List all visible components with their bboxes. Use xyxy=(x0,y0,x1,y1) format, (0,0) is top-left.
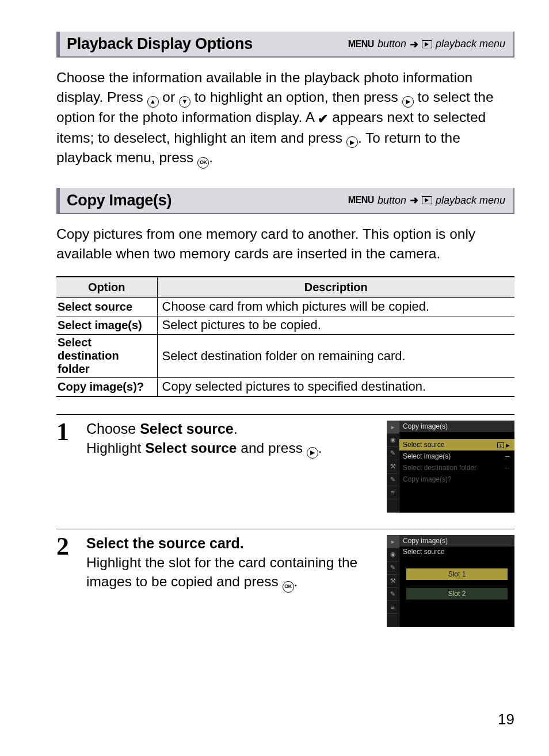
table-row: Select image(s) Select pictures to be co… xyxy=(56,316,514,335)
step-title: Choose Select source. xyxy=(86,421,378,437)
page-number: 19 xyxy=(498,711,514,728)
row-value: -- xyxy=(505,464,510,472)
menu-label: MENU xyxy=(348,195,374,205)
text: . xyxy=(294,574,298,589)
check-icon: ✔ xyxy=(318,110,328,128)
playback-display-description: Choose the information available in the … xyxy=(56,68,514,169)
chevron-right-icon: ▶ xyxy=(506,442,510,448)
tab-custom-icon: ✎ xyxy=(387,447,399,460)
text: and press xyxy=(237,440,306,456)
option-cell: Select destination folder xyxy=(56,335,157,378)
desc-cell: Copy selected pictures to specified dest… xyxy=(157,378,514,397)
text: to highlight an option, then press xyxy=(190,89,402,105)
row-label: Select image(s) xyxy=(403,452,451,460)
screen-header: Copy image(s) xyxy=(399,535,514,547)
th-option: Option xyxy=(56,277,157,298)
card-icon: 1 xyxy=(497,442,504,448)
breadcrumb: MENU button ➜ playback menu xyxy=(348,194,505,207)
tab-retouch-icon: ✎ xyxy=(387,474,399,487)
tab-retouch-icon: ✎ xyxy=(387,588,399,601)
option-cell: Copy image(s)? xyxy=(56,378,157,397)
text: Choose xyxy=(86,421,140,437)
row-value: -- xyxy=(505,452,510,460)
right-icon: ▶ xyxy=(307,447,318,459)
text-bold: Select the source card. xyxy=(86,535,244,551)
step-title: Select the source card. xyxy=(86,535,378,552)
tab-setup-icon: ⚒ xyxy=(387,460,399,474)
table-row: Copy image(s)? Copy selected pictures to… xyxy=(56,378,514,397)
camera-menu-tabs: ▸ ◉ ✎ ⚒ ✎ ≡ xyxy=(387,535,399,627)
text: . xyxy=(234,421,238,437)
ok-icon: OK xyxy=(197,157,209,169)
text-bold: Select source xyxy=(145,440,237,456)
section-title: Playback Display Options xyxy=(67,35,253,53)
playback-icon xyxy=(422,196,432,204)
arrow-icon: ➜ xyxy=(410,194,418,207)
up-icon: ▲ xyxy=(147,96,159,108)
menu-row-copy-images: Copy image(s)? xyxy=(399,474,514,485)
option-cell: Select source xyxy=(56,298,157,316)
row-value: 1 ▶ xyxy=(497,441,510,449)
button-label: button xyxy=(378,194,406,207)
section-title: Copy Image(s) xyxy=(67,192,171,209)
text-bold: Select source xyxy=(140,421,234,437)
slot-1-option: Slot 1 xyxy=(406,568,508,580)
text: Highlight xyxy=(86,440,145,456)
playback-icon xyxy=(422,40,432,48)
tab-recent-icon: ≡ xyxy=(387,601,399,614)
options-table: Option Description Select source Choose … xyxy=(56,276,514,397)
down-icon: ▼ xyxy=(179,96,190,108)
tab-blank xyxy=(387,499,399,513)
option-cell: Select image(s) xyxy=(56,316,157,335)
section-bar-playback-display: Playback Display Options MENU button ➜ p… xyxy=(56,32,514,58)
menu-row-select-destination: Select destination folder -- xyxy=(399,462,514,474)
tab-playback-icon: ▸ xyxy=(387,421,399,434)
ok-icon: OK xyxy=(283,581,294,593)
text: . xyxy=(209,150,213,165)
section-bar-copy-images: Copy Image(s) MENU button ➜ playback men… xyxy=(56,188,514,214)
tab-recent-icon: ≡ xyxy=(387,486,399,499)
step-number: 1 xyxy=(56,421,79,513)
right-icon: ▶ xyxy=(402,96,414,108)
camera-menu-tabs: ▸ ◉ ✎ ⚒ ✎ ≡ xyxy=(387,421,399,513)
breadcrumb-target: playback menu xyxy=(436,194,505,207)
camera-screen-2: ▸ ◉ ✎ ⚒ ✎ ≡ Copy image(s) Select source … xyxy=(387,535,514,627)
breadcrumb-target: playback menu xyxy=(436,38,505,50)
th-description: Description xyxy=(157,277,514,298)
step-body: Highlight the slot for the card containi… xyxy=(86,553,378,593)
step-body: Highlight Select source and press ▶. xyxy=(86,438,378,459)
camera-screen-1: ▸ ◉ ✎ ⚒ ✎ ≡ Copy image(s) Select source … xyxy=(387,421,514,513)
tab-custom-icon: ✎ xyxy=(387,562,399,575)
step-1: 1 Choose Select source. Highlight Select… xyxy=(56,414,514,513)
copy-images-description: Copy pictures from one memory card to an… xyxy=(56,224,514,264)
breadcrumb: MENU button ➜ playback menu xyxy=(348,38,505,51)
row-label: Select destination folder xyxy=(403,464,476,472)
desc-cell: Choose card from which pictures will be … xyxy=(157,298,514,316)
text: Highlight the slot for the card containi… xyxy=(86,555,357,589)
text: or xyxy=(159,89,179,105)
tab-camera-icon: ◉ xyxy=(387,548,399,562)
right-icon: ▶ xyxy=(346,136,358,148)
screen-subheader: Select source xyxy=(399,547,514,557)
slot-2-option: Slot 2 xyxy=(406,588,508,600)
screen-header: Copy image(s) xyxy=(399,421,514,432)
table-row: Select source Choose card from which pic… xyxy=(56,298,514,316)
menu-label: MENU xyxy=(348,39,374,49)
table-row: Select destination folder Select destina… xyxy=(56,335,514,378)
tab-blank xyxy=(387,614,399,627)
menu-row-select-images: Select image(s) -- xyxy=(399,450,514,462)
arrow-icon: ➜ xyxy=(410,38,418,51)
desc-cell: Select destination folder on remaining c… xyxy=(157,335,514,378)
row-label: Select source xyxy=(403,441,445,449)
tab-playback-icon: ▸ xyxy=(387,535,399,548)
tab-setup-icon: ⚒ xyxy=(387,575,399,588)
step-2: 2 Select the source card. Highlight the … xyxy=(56,529,514,627)
step-number: 2 xyxy=(56,535,79,627)
row-label: Copy image(s)? xyxy=(403,475,452,483)
desc-cell: Select pictures to be copied. xyxy=(157,316,514,335)
text: . xyxy=(318,440,322,456)
menu-row-select-source: Select source 1 ▶ xyxy=(399,439,514,450)
tab-camera-icon: ◉ xyxy=(387,434,399,447)
button-label: button xyxy=(378,38,406,50)
